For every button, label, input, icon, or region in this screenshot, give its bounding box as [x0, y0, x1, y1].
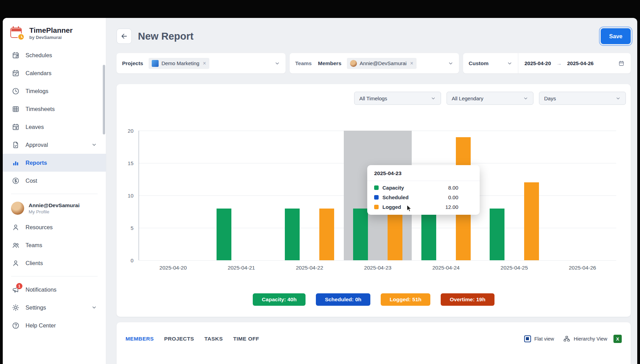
- flat-view-icon[interactable]: [524, 335, 531, 342]
- legend-button[interactable]: Capacity: 40h: [253, 293, 306, 306]
- chip-remove-icon[interactable]: ×: [203, 60, 206, 67]
- chart-tooltip: 2025-04-23 Capacity8.00Scheduled0.00Logg…: [367, 165, 480, 215]
- teams-option[interactable]: Teams: [295, 60, 312, 67]
- bar-chart-icon: [12, 159, 20, 167]
- avatar: [11, 202, 24, 215]
- sidebar-item-notifications[interactable]: 1 Notifications: [3, 281, 106, 299]
- sidebar-item-resources[interactable]: Resources: [3, 218, 106, 236]
- tab-time-off[interactable]: TIME OFF: [233, 336, 259, 342]
- calendar-check-icon: [12, 69, 20, 77]
- app-window: TimePlanner by DevSamurai Schedules Cale…: [3, 18, 637, 364]
- calendar-clock-icon: [12, 51, 20, 59]
- project-chip[interactable]: Demo Marketing ×: [149, 58, 209, 69]
- sidebar-item-label: Help Center: [26, 322, 56, 329]
- tab-tasks[interactable]: TASKS: [204, 336, 223, 342]
- sidebar-item-label: Resources: [26, 224, 53, 231]
- projects-filter[interactable]: Projects Demo Marketing ×: [117, 53, 286, 73]
- tooltip-row: Scheduled0.00: [367, 191, 480, 200]
- date-range-inputs[interactable]: 2025-04-20 → 2025-04-26: [518, 53, 631, 73]
- report-chart-card: All Timelogs All Legendary Days 05101520…: [117, 84, 631, 317]
- tooltip-swatch: [374, 185, 379, 190]
- chip-remove-icon[interactable]: ×: [410, 60, 413, 67]
- bar-capacity[interactable]: [353, 209, 368, 260]
- sidebar-item-reports[interactable]: Reports: [3, 154, 106, 172]
- legend-button[interactable]: Scheduled: 0h: [316, 293, 370, 306]
- app-brand: TimePlanner by DevSamurai: [3, 18, 106, 46]
- sidebar-item-schedules[interactable]: Schedules: [3, 46, 106, 64]
- sidebar-item-settings[interactable]: Settings: [3, 299, 106, 316]
- help-icon: [12, 322, 20, 330]
- sidebar-item-label: Calendars: [26, 70, 51, 77]
- sidebar-item-label: Cost: [26, 178, 37, 184]
- sidebar-scrollbar[interactable]: [103, 65, 105, 134]
- legend-button[interactable]: Overtime: 19h: [441, 293, 494, 306]
- legend-dropdown-value: All Legendary: [452, 95, 483, 101]
- hierarchy-view-label[interactable]: Hierarchy View: [574, 336, 607, 342]
- bar-capacity[interactable]: [421, 209, 436, 260]
- sidebar-item-label: Reports: [26, 160, 47, 166]
- sidebar-item-teams[interactable]: Teams: [3, 236, 106, 254]
- sidebar-item-approval[interactable]: Approval: [3, 136, 106, 154]
- flat-view-label[interactable]: Flat view: [534, 336, 554, 342]
- chart-toolbar: All Timelogs All Legendary Days: [354, 92, 626, 105]
- y-tick-label: 20: [128, 128, 133, 134]
- timelogs-dropdown-value: All Timelogs: [359, 95, 387, 101]
- member-chip[interactable]: Annie@DevSamurai ×: [347, 58, 416, 69]
- sidebar-item-timelogs[interactable]: Timelogs: [3, 82, 106, 100]
- granularity-dropdown[interactable]: Days: [539, 92, 626, 105]
- excel-export-icon[interactable]: X: [613, 335, 622, 343]
- gear-icon: [12, 304, 20, 312]
- bar-logged[interactable]: [319, 209, 334, 260]
- sidebar-nav: Schedules Calendars Timelogs Timesheets …: [3, 46, 106, 190]
- date-start[interactable]: 2025-04-20: [524, 60, 551, 66]
- document-check-icon: [12, 141, 20, 149]
- hierarchy-icon[interactable]: [563, 335, 570, 343]
- notification-badge: 1: [16, 283, 22, 289]
- save-button[interactable]: Save: [601, 28, 631, 44]
- tooltip-value: 0.00: [448, 194, 473, 200]
- date-range-filter: Custom 2025-04-20 → 2025-04-26: [463, 53, 631, 73]
- tooltip-row: Capacity8.00: [367, 181, 480, 191]
- sidebar-divider: [11, 276, 98, 276]
- sidebar-item-calendars[interactable]: Calendars: [3, 64, 106, 82]
- tooltip-title: 2025-04-23: [367, 170, 480, 181]
- tab-members[interactable]: MEMBERS: [126, 336, 154, 342]
- sidebar-profile[interactable]: Annie@DevSamurai My Profile: [3, 198, 106, 218]
- legend-dropdown[interactable]: All Legendary: [447, 92, 533, 105]
- y-tick-label: 0: [131, 257, 133, 263]
- sidebar-item-help-center[interactable]: Help Center: [3, 316, 106, 334]
- report-detail-card: MEMBERS PROJECTS TASKS TIME OFF Flat vie…: [117, 322, 631, 364]
- members-filter[interactable]: Teams Members Annie@DevSamurai ×: [290, 53, 459, 73]
- granularity-dropdown-value: Days: [544, 95, 556, 101]
- chevron-down-icon: [448, 61, 453, 66]
- sidebar-item-label: Leaves: [26, 124, 44, 130]
- app-logo-icon: [10, 26, 25, 40]
- timelogs-dropdown[interactable]: All Timelogs: [354, 92, 441, 105]
- sidebar-item-clients[interactable]: Clients: [3, 254, 106, 272]
- chevron-down-icon: [507, 61, 512, 66]
- chevron-down-icon: [91, 305, 97, 310]
- bar-capacity[interactable]: [490, 209, 504, 260]
- x-tick-label: 2025-04-23: [364, 265, 391, 271]
- sidebar-divider: [11, 194, 98, 194]
- tooltip-row: Logged12.00: [367, 200, 480, 210]
- range-preset-select[interactable]: Custom: [463, 53, 518, 73]
- date-end[interactable]: 2025-04-26: [567, 60, 594, 66]
- back-button[interactable]: [117, 29, 132, 44]
- sidebar-item-timesheets[interactable]: Timesheets: [3, 100, 106, 118]
- tab-projects[interactable]: PROJECTS: [164, 336, 194, 342]
- sidebar-item-cost[interactable]: Cost: [3, 172, 106, 190]
- gridline: [139, 260, 616, 261]
- sidebar-item-label: Timelogs: [26, 88, 48, 94]
- bar-capacity[interactable]: [217, 209, 231, 260]
- person-icon: [12, 259, 20, 267]
- bar-logged[interactable]: [524, 182, 539, 260]
- tooltip-swatch: [374, 195, 379, 200]
- calendar-icon: [618, 60, 624, 67]
- legend-button[interactable]: Logged: 51h: [381, 293, 430, 306]
- members-option[interactable]: Members: [318, 60, 341, 67]
- sidebar-item-leaves[interactable]: Leaves: [3, 118, 106, 136]
- bar-capacity[interactable]: [285, 209, 300, 260]
- tooltip-swatch: [374, 205, 379, 209]
- sidebar-item-label: Notifications: [26, 286, 57, 293]
